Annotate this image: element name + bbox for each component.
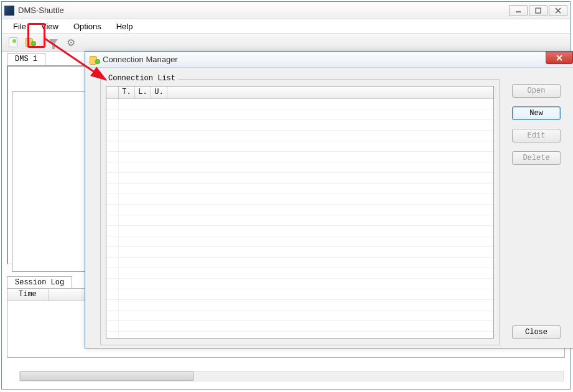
table-row[interactable]	[106, 258, 493, 268]
close-button[interactable]	[549, 5, 567, 16]
table-row[interactable]	[106, 215, 493, 226]
horizontal-scrollbar[interactable]	[19, 371, 564, 381]
toolbar-separator	[42, 36, 42, 49]
table-row[interactable]	[106, 120, 493, 131]
list-col-l[interactable]: L.	[135, 86, 151, 98]
menu-file[interactable]: File	[7, 21, 32, 32]
maximize-button[interactable]	[529, 5, 547, 16]
table-row[interactable]	[106, 110, 493, 120]
app-title: DMS-Shuttle	[18, 6, 509, 15]
title-bar: DMS-Shuttle	[2, 2, 570, 19]
table-row[interactable]	[106, 194, 493, 205]
tab-dms1[interactable]: DMS 1	[7, 53, 45, 65]
list-col-blank[interactable]	[106, 86, 119, 98]
table-row[interactable]	[106, 141, 493, 152]
table-row[interactable]	[106, 236, 493, 247]
table-row[interactable]	[106, 226, 493, 236]
table-row[interactable]	[106, 173, 493, 184]
dialog-close-button[interactable]	[546, 52, 573, 64]
table-row[interactable]	[106, 247, 493, 258]
dialog-body: Connection List T. L. U.	[85, 68, 573, 348]
table-row[interactable]	[106, 268, 493, 279]
session-log-tab[interactable]: Session Log	[7, 276, 72, 289]
table-row[interactable]	[106, 310, 493, 321]
table-row[interactable]	[106, 152, 493, 162]
svg-rect-1	[536, 8, 541, 13]
table-row[interactable]	[106, 184, 493, 194]
dialog-action-buttons: Open New Edit Delete	[512, 84, 561, 165]
session-col-time[interactable]: Time	[7, 289, 49, 301]
menu-options[interactable]: Options	[67, 21, 108, 32]
table-row[interactable]	[106, 332, 493, 338]
connect-icon	[25, 37, 36, 48]
new-page-button[interactable]	[6, 35, 21, 50]
table-row[interactable]	[106, 162, 493, 173]
tree-panel[interactable]	[12, 91, 85, 272]
table-row[interactable]	[106, 289, 493, 300]
close-icon	[555, 7, 561, 14]
menu-bar: File View Options Help	[2, 19, 570, 33]
list-rows	[106, 99, 493, 338]
connection-manager-dialog: Connection Manager Connection List T. L.…	[85, 51, 573, 348]
toolbar: ⚙	[2, 33, 570, 52]
list-col-t[interactable]: T.	[119, 86, 135, 98]
filter-icon	[49, 39, 58, 45]
scrollbar-thumb[interactable]	[20, 371, 194, 381]
dialog-title-bar[interactable]: Connection Manager	[85, 52, 573, 68]
table-row[interactable]	[106, 99, 493, 110]
dialog-icon	[89, 55, 99, 65]
menu-help[interactable]: Help	[110, 21, 139, 32]
dialog-close-action-button[interactable]: Close	[512, 325, 561, 339]
list-col-u[interactable]: U.	[151, 86, 167, 98]
table-row[interactable]	[106, 321, 493, 332]
new-page-icon	[9, 37, 17, 47]
connection-list-group: Connection List T. L. U.	[100, 79, 500, 345]
delete-button[interactable]: Delete	[512, 151, 561, 165]
minimize-icon	[515, 7, 521, 14]
connection-list-table[interactable]: T. L. U.	[106, 86, 494, 338]
menu-view[interactable]: View	[35, 21, 65, 32]
minimize-button[interactable]	[509, 5, 528, 16]
window-controls	[509, 5, 567, 16]
open-button[interactable]: Open	[512, 84, 561, 98]
app-icon	[4, 6, 14, 16]
gear-icon: ⚙	[67, 37, 75, 49]
connect-button[interactable]	[23, 35, 38, 50]
table-row[interactable]	[106, 205, 493, 215]
list-col-rest[interactable]	[167, 86, 493, 98]
settings-button[interactable]: ⚙	[63, 35, 78, 50]
filter-button[interactable]	[46, 35, 61, 50]
dialog-title: Connection Manager	[103, 55, 178, 64]
new-button[interactable]: New	[512, 106, 561, 120]
edit-button[interactable]: Edit	[512, 129, 561, 142]
table-row[interactable]	[106, 300, 493, 310]
left-panel	[7, 65, 88, 264]
maximize-icon	[535, 7, 541, 14]
close-icon	[556, 55, 562, 61]
list-header: T. L. U.	[106, 86, 493, 99]
table-row[interactable]	[106, 279, 493, 289]
connection-list-label: Connection List	[106, 74, 178, 83]
table-row[interactable]	[106, 131, 493, 141]
